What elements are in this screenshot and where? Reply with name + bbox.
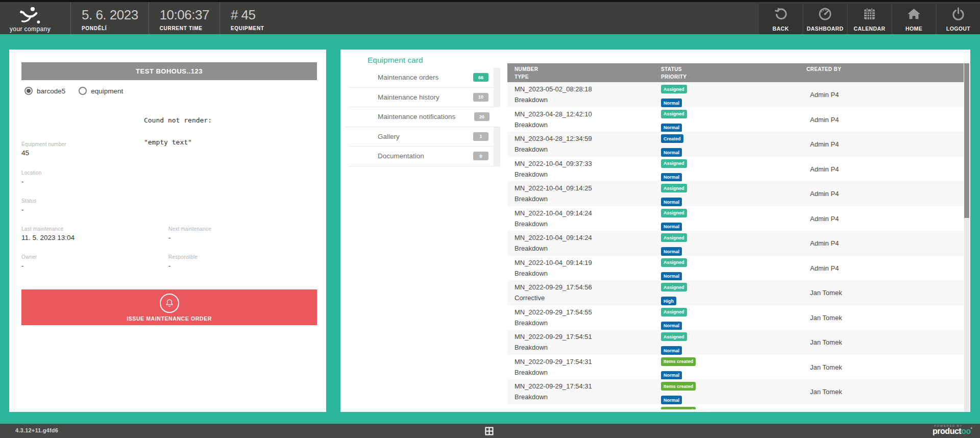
notification-number: MN_2022-10-04_09:14:24 bbox=[514, 234, 654, 241]
notification-type: Breakdown bbox=[514, 145, 654, 153]
cell-status-priority: AssignedNormal bbox=[654, 231, 799, 256]
field-value: - bbox=[168, 262, 198, 270]
field-label: Last maintenance bbox=[21, 226, 75, 232]
menu-item-maintenance-history[interactable]: Maintenance history10 bbox=[349, 88, 494, 108]
nav-button-label: DASHBOARD bbox=[807, 26, 844, 32]
table-row[interactable]: MN_2022-10-04_09:14:19BreakdownAssignedN… bbox=[507, 256, 964, 281]
field-label: Status bbox=[21, 198, 37, 204]
status-badge: Assigned bbox=[661, 283, 687, 291]
notification-number: MN_2022-10-04_09:14:24 bbox=[514, 209, 654, 217]
table-row[interactable]: MN_2022-10-04_09:37:33BreakdownAssignedN… bbox=[507, 157, 964, 182]
status-badge: Assigned bbox=[661, 184, 687, 192]
created-by-value: Jan Tomek bbox=[810, 289, 964, 297]
priority-badge: Normal bbox=[661, 322, 682, 330]
menu-item-label: Gallery bbox=[378, 133, 400, 140]
field-equipment-number: Equipment number45 bbox=[21, 141, 66, 157]
table-row[interactable]: MN_2022-09-29_17:54:51BreakdownAssignedN… bbox=[507, 330, 964, 355]
nav-button-back[interactable]: BACK bbox=[759, 4, 802, 34]
render-error-line1: Cound not render: bbox=[144, 116, 212, 124]
field-value: - bbox=[21, 178, 41, 185]
priority-badge: Normal bbox=[661, 124, 682, 132]
gauge-icon bbox=[818, 7, 832, 23]
header-info-equipment: # 45EQUIPMENT bbox=[219, 2, 264, 34]
cell-status-priority: AssignedNormal bbox=[654, 107, 799, 132]
notification-number: MN_2022-10-04_09:14:19 bbox=[514, 259, 654, 266]
header-info-blocks: 5. 6. 2023PONDĚLÍ10:06:37CURRENT TIME# 4… bbox=[60, 2, 264, 34]
table-row[interactable]: MN_2022-10-04_09:14:24BreakdownAssignedN… bbox=[507, 206, 964, 231]
table-row[interactable]: MN_2022-10-04_09:14:25BreakdownAssignedN… bbox=[507, 181, 964, 206]
menu-item-maintenance-orders[interactable]: Maintenance orders66 bbox=[349, 68, 494, 88]
maintenance-notifications-table: NUMBERTYPESTATUSPRIORITYCREATED BY MN_20… bbox=[507, 63, 964, 412]
table-row[interactable]: MN_2022-09-29_17:54:56CorrectiveAssigned… bbox=[507, 280, 964, 305]
table-row[interactable]: MN_2023-04-28_12:42:10BreakdownAssignedN… bbox=[507, 107, 964, 132]
cell-created-by: Admin P4 bbox=[799, 256, 964, 281]
cell-status-priority: AssignedNormal bbox=[654, 157, 799, 182]
header-info-current-time: 10:06:37CURRENT TIME bbox=[149, 2, 209, 34]
table-row[interactable]: MN_2022-09-29_17:54:31BreakdownItems cre… bbox=[507, 379, 964, 404]
table-row[interactable]: MN_2023-05-02_08:28:18BreakdownAssignedN… bbox=[507, 82, 964, 107]
nav-button-label: HOME bbox=[905, 26, 922, 32]
notification-number: MN_2022-09-29_17:54:56 bbox=[514, 283, 654, 291]
menu-item-gallery[interactable]: Gallery1 bbox=[349, 127, 494, 147]
cell-number-type: MN_2022-10-04_09:14:24Breakdown bbox=[507, 206, 654, 231]
cell-status-priority: AssignedNormal bbox=[654, 82, 799, 107]
equipment-title-bar: TEST BOHOUS..123 bbox=[21, 62, 317, 80]
nav-button-dashboard[interactable]: DASHBOARD bbox=[803, 4, 847, 34]
field-last-maintenance: Last maintenance11. 5. 2023 13:04 bbox=[21, 226, 75, 241]
cell-number-type: MN_2022-09-29_17:54:56Corrective bbox=[507, 280, 654, 305]
table-row[interactable]: MN_2023-04-28_12:34:59BreakdownCreatedNo… bbox=[507, 132, 964, 157]
table-row[interactable]: Items created bbox=[507, 404, 964, 409]
cell-status-priority: AssignedNormal bbox=[654, 206, 799, 231]
created-by-value: Admin P4 bbox=[810, 116, 964, 124]
status-badge: Assigned bbox=[661, 159, 687, 168]
header-spacer bbox=[264, 2, 759, 34]
code-type-radio-group: barcode5equipment bbox=[24, 87, 123, 95]
field-label: Next maintenance bbox=[168, 226, 211, 232]
equipment-detail-panel: TEST BOHOUS..123 barcode5equipment Cound… bbox=[9, 50, 326, 412]
status-badge: Assigned bbox=[661, 233, 687, 242]
radio-barcode5[interactable]: barcode5 bbox=[24, 87, 65, 95]
issue-button-label: ISSUE MAINTENANCE ORDER bbox=[127, 315, 212, 322]
field-label: Owner bbox=[21, 254, 37, 260]
cell-created-by: Admin P4 bbox=[799, 206, 964, 231]
radio-equipment[interactable]: equipment bbox=[79, 87, 123, 95]
cell-number-type: MN_2023-04-28_12:34:59Breakdown bbox=[507, 132, 654, 157]
apps-grid-icon[interactable] bbox=[485, 427, 494, 435]
equipment-card-menu: Maintenance orders66Maintenance history1… bbox=[349, 68, 500, 166]
menu-item-documentation[interactable]: Documentation0 bbox=[349, 147, 494, 166]
cell-created-by: Admin P4 bbox=[799, 157, 964, 182]
table-scrollbar-thumb[interactable] bbox=[964, 63, 969, 218]
cell-created-by: Jan Tomek bbox=[799, 280, 964, 305]
field-next-maintenance: Next maintenance- bbox=[168, 226, 211, 241]
notification-number: MN_2022-09-29_17:54:31 bbox=[514, 382, 654, 390]
status-badge: Items created bbox=[661, 357, 696, 366]
notification-type: Corrective bbox=[514, 294, 654, 302]
menu-item-maintenance-notifications[interactable]: Maintenance notifications20 bbox=[345, 107, 500, 127]
bell-icon bbox=[160, 294, 179, 313]
render-error-text: Cound not render: "empty text" bbox=[120, 104, 212, 159]
cell-created-by: Admin P4 bbox=[799, 82, 964, 107]
nav-button-calendar[interactable]: CALENDAR bbox=[848, 4, 891, 34]
created-by-value: Jan Tomek bbox=[810, 388, 964, 396]
notification-number: MN_2022-09-29_17:54:55 bbox=[514, 308, 654, 316]
table-scrollbar-track[interactable] bbox=[964, 63, 969, 412]
notification-type: Breakdown bbox=[514, 96, 654, 104]
created-by-value: Admin P4 bbox=[810, 264, 964, 272]
header-nav: BACKDASHBOARDCALENDARHOMELOGOUT bbox=[759, 4, 980, 34]
created-by-value: Admin P4 bbox=[810, 215, 964, 223]
created-by-value: Admin P4 bbox=[810, 91, 964, 99]
render-error-line2: "empty text" bbox=[144, 138, 192, 146]
priority-badge: Normal bbox=[661, 173, 682, 182]
nav-button-home[interactable]: HOME bbox=[892, 4, 936, 34]
issue-maintenance-order-button[interactable]: ISSUE MAINTENANCE ORDER bbox=[21, 289, 317, 325]
status-badge: Assigned bbox=[661, 85, 687, 93]
table-row[interactable]: MN_2022-10-04_09:14:24BreakdownAssignedN… bbox=[507, 231, 964, 256]
productoo-logo: powered by productoo° bbox=[933, 424, 972, 435]
table-row[interactable]: MN_2022-09-29_17:54:55BreakdownAssignedN… bbox=[507, 305, 964, 330]
cell-created-by: Jan Tomek bbox=[799, 379, 964, 404]
field-value: 45 bbox=[21, 149, 66, 157]
notification-type: Breakdown bbox=[514, 344, 654, 351]
table-row[interactable]: MN_2022-09-29_17:54:31BreakdownItems cre… bbox=[507, 355, 964, 380]
created-by-value: Admin P4 bbox=[810, 140, 964, 148]
nav-button-logout[interactable]: LOGOUT bbox=[937, 4, 980, 34]
